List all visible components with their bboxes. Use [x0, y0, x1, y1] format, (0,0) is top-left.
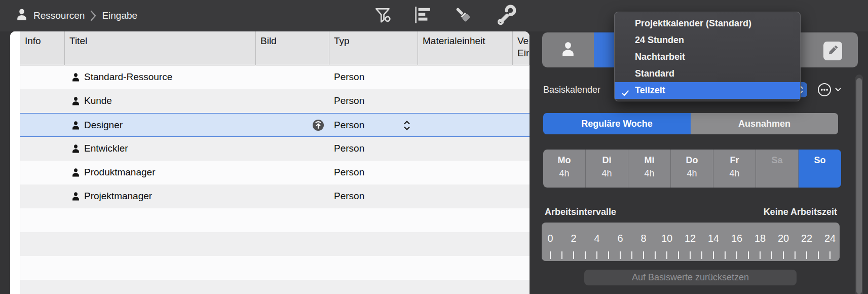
- resource-typ: Person: [334, 167, 364, 178]
- resource-title: Designer: [84, 120, 123, 131]
- weekday-hours: 4h: [586, 168, 628, 179]
- table-row[interactable]: Designer Person: [10, 113, 530, 137]
- tab-resource[interactable]: [542, 32, 594, 67]
- ruler-tick: [829, 251, 831, 259]
- menu-item[interactable]: Teilzeit: [615, 82, 800, 99]
- ruler-tick: [561, 251, 562, 259]
- weekday-label: Sa: [756, 155, 798, 166]
- ruler-tick: [643, 251, 644, 259]
- weekday-label: Mo: [543, 155, 585, 166]
- scrollbar-track: [855, 75, 863, 294]
- column-header-bild[interactable]: Bild: [256, 31, 329, 65]
- ruler-tick: [596, 251, 597, 259]
- menu-item[interactable]: Projektkalender (Standard): [615, 15, 800, 32]
- person-icon: [71, 192, 81, 203]
- weekday-button-so[interactable]: So: [799, 150, 841, 188]
- resource-typ: Person: [334, 191, 364, 202]
- weekday-label: Mi: [628, 155, 670, 166]
- resource-typ: Person: [334, 95, 364, 106]
- ruler-hour-label: 4: [594, 233, 599, 244]
- tab-regular-week[interactable]: Reguläre Woche: [543, 113, 691, 134]
- stepper-icon[interactable]: [403, 120, 411, 133]
- settings-wrench-icon[interactable]: [495, 5, 516, 26]
- menu-item-label: 24 Stunden: [635, 35, 684, 45]
- ruler-tick: [655, 251, 656, 259]
- ruler-tick: [666, 251, 667, 259]
- ruler-tick: [760, 251, 761, 259]
- weekday-buttons: Mo 4h Di 4h Mi 4h Do 4h Fr 4h Sa So: [543, 150, 841, 188]
- weekday-hours: 4h: [628, 168, 670, 179]
- table-row[interactable]: Projektmanager Person: [10, 185, 530, 208]
- menu-item[interactable]: Nachtarbeit: [615, 49, 800, 65]
- table-body: Standard-Ressource Person Kunde Person D…: [10, 65, 530, 294]
- work-intervals-ruler[interactable]: 024681012141618202224: [542, 223, 840, 261]
- person-icon: [71, 96, 81, 108]
- outline-list-icon[interactable]: [412, 5, 433, 26]
- weekday-hours: 4h: [713, 168, 756, 179]
- ruler-hour-label: 8: [640, 233, 646, 244]
- ellipsis-circle-button[interactable]: [817, 82, 844, 97]
- weekday-hours: 4h: [543, 168, 585, 179]
- column-header-info[interactable]: Info: [20, 31, 65, 65]
- weekday-label: Do: [671, 155, 713, 166]
- menu-item[interactable]: 24 Stunden: [615, 32, 800, 49]
- format-brush-icon[interactable]: [453, 5, 474, 26]
- upload-icon: [312, 119, 324, 133]
- table-row[interactable]: Entwickler Person: [10, 137, 530, 161]
- menu-item[interactable]: Standard: [615, 65, 800, 82]
- ruler-hour-label: 24: [824, 233, 836, 244]
- ruler-hour-label: 12: [685, 233, 696, 244]
- table-row[interactable]: Kunde Person: [10, 89, 530, 113]
- ruler-tick: [795, 251, 796, 259]
- resource-title: Projektmanager: [84, 191, 152, 202]
- weekday-button-mo[interactable]: Mo 4h: [543, 150, 586, 188]
- ruler-tick: [748, 251, 749, 259]
- ruler-tick: [620, 251, 621, 259]
- chevron-right-icon: [90, 10, 97, 21]
- table-row[interactable]: [10, 232, 530, 256]
- table-row[interactable]: Standard-Ressource Person: [10, 65, 530, 89]
- resource-title: Entwickler: [84, 143, 128, 154]
- weekday-button-sa[interactable]: Sa: [756, 150, 799, 188]
- person-icon: [15, 8, 28, 23]
- resource-table: InfoTitelBildTypMaterialeinheitVeEin Sta…: [10, 31, 530, 294]
- ruler-hour-label: 18: [754, 233, 766, 244]
- person-icon: [71, 168, 81, 179]
- person-icon: [71, 144, 81, 156]
- breadcrumb-ressourcen[interactable]: Ressourcen: [33, 10, 85, 21]
- column-header-titel[interactable]: Titel: [65, 31, 256, 65]
- table-row[interactable]: Produktmanager Person: [10, 161, 530, 185]
- scrollbar-thumb[interactable]: [856, 78, 862, 294]
- breadcrumb-eingabe[interactable]: Eingabe: [102, 10, 137, 21]
- weekday-button-mi[interactable]: Mi 4h: [628, 150, 671, 188]
- table-header: InfoTitelBildTypMaterialeinheitVeEin: [10, 31, 530, 65]
- weekday-button-do[interactable]: Do 4h: [671, 150, 713, 188]
- menu-item-label: Projektkalender (Standard): [635, 18, 751, 28]
- column-header-materialeinheit[interactable]: Materialeinheit: [418, 31, 513, 65]
- person-icon: [71, 72, 81, 84]
- table-row[interactable]: [10, 208, 530, 232]
- table-row[interactable]: [10, 256, 530, 280]
- arbeitsintervalle-label: Arbeitsintervalle: [545, 207, 616, 217]
- filter-funnel-icon[interactable]: [372, 5, 394, 26]
- ruler-tick: [771, 251, 772, 259]
- table-row[interactable]: [10, 280, 530, 294]
- ruler-tick: [550, 251, 551, 259]
- ruler-tick: [736, 251, 737, 259]
- resource-typ: Person: [334, 71, 364, 83]
- weekday-label: Fr: [713, 155, 756, 166]
- menu-item-label: Nachtarbeit: [635, 52, 685, 62]
- tab-edit[interactable]: [823, 42, 842, 60]
- column-header-typ[interactable]: Typ: [329, 31, 418, 65]
- weekday-button-di[interactable]: Di 4h: [586, 150, 628, 188]
- ruler-tick: [690, 251, 691, 259]
- ruler-tick: [818, 251, 819, 259]
- column-header-ve[interactable]: VeEin: [513, 31, 530, 65]
- weekday-button-fr[interactable]: Fr 4h: [713, 150, 756, 188]
- resource-title: Produktmanager: [84, 167, 155, 178]
- resource-typ: Person: [334, 120, 364, 131]
- tab-exceptions[interactable]: Ausnahmen: [691, 113, 838, 134]
- resource-typ: Person: [334, 143, 364, 154]
- reset-to-base-button[interactable]: Auf Basiswerte zurücksetzen: [584, 270, 797, 285]
- weekday-hours: 4h: [671, 168, 713, 179]
